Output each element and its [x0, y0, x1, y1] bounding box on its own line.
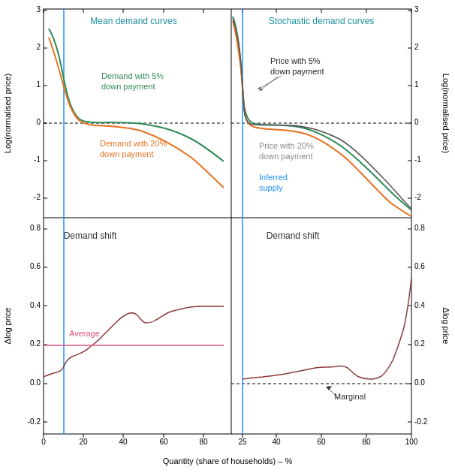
x-tick-bl-60: 60: [159, 438, 168, 446]
y-label-bottom-right: Δlog price: [441, 308, 450, 345]
y-tick-br-00: 0.0: [414, 378, 425, 387]
label-demand-20pct: Demand with 20%: [100, 139, 167, 148]
label-marginal: Marginal: [334, 392, 366, 401]
y-label-bottom-left: Δlog price: [3, 308, 12, 345]
x-tick-br-25: 25: [238, 438, 247, 446]
y-tick-bl-00: 0.0: [30, 378, 41, 387]
label-inferred-supply-2: supply: [259, 183, 283, 192]
y-tick-tr-3: 3: [414, 5, 419, 14]
title-bottom-right: Demand shift: [267, 230, 320, 241]
label-price-20pct: Price with 20%: [259, 141, 314, 150]
y-tick-tl-n1: -1: [34, 155, 41, 164]
y-tick-br-06: 0.6: [414, 262, 425, 270]
y-label-top-left: Log(normalised price): [3, 74, 12, 153]
y-tick-bl-02: 0.2: [30, 339, 41, 348]
x-tick-br-40: 40: [272, 438, 281, 446]
label-price-20pct-2: down payment: [259, 152, 313, 161]
label-inferred-supply: Inferred: [259, 173, 288, 182]
x-tick-br-100: 100: [405, 438, 418, 446]
y-tick-br-04: 0.4: [414, 301, 425, 309]
x-tick-br-60: 60: [317, 438, 326, 446]
y-tick-tl-0: 0: [36, 118, 41, 126]
y-tick-tr-0: 0: [414, 118, 419, 126]
y-tick-tr-n1: -1: [414, 155, 421, 164]
x-axis-label: Quantity (share of households) – %: [163, 456, 293, 465]
label-demand-20pct-2: down payment: [100, 149, 154, 158]
label-price-5pct-2: down payment: [270, 67, 324, 76]
label-price-5pct: Price with 5%: [270, 56, 321, 65]
y-tick-tl-3: 3: [36, 5, 41, 14]
y-tick-br-08: 0.8: [414, 224, 425, 232]
y-tick-bl-08: 0.8: [30, 224, 41, 232]
y-tick-br-n02: -0.2: [414, 417, 428, 426]
x-tick-bl-0: 0: [41, 438, 46, 446]
y-tick-tr-1: 1: [414, 80, 419, 89]
x-tick-br-80: 80: [362, 438, 371, 446]
y-tick-tr-n2: -2: [414, 193, 421, 201]
label-average: Average: [69, 329, 100, 338]
y-tick-tl-n2: -2: [34, 193, 41, 201]
y-tick-br-02: 0.2: [414, 339, 425, 348]
y-tick-tl-2: 2: [36, 43, 41, 51]
chart-container: 3 2 1 0 -1 -2 3 2 1 0 -1 -2: [0, 0, 455, 476]
y-tick-bl-04: 0.4: [30, 301, 41, 309]
title-top-left: Mean demand curves: [90, 16, 176, 26]
title-bottom-left: Demand shift: [64, 230, 117, 241]
y-tick-bl-06: 0.6: [30, 262, 41, 270]
title-top-right: Stochastic demand curves: [269, 16, 375, 26]
y-tick-tr-2: 2: [414, 43, 419, 51]
label-demand-5pct-2: down payment: [101, 82, 155, 91]
y-tick-bl-n02: -0.2: [28, 417, 41, 426]
x-tick-bl-80: 80: [199, 438, 208, 446]
x-tick-bl-20: 20: [79, 438, 88, 446]
y-label-top-right: Log(normalised price): [441, 74, 450, 153]
y-tick-tl-1: 1: [36, 80, 41, 89]
x-tick-bl-40: 40: [119, 438, 128, 446]
label-demand-5pct: Demand with 5%: [101, 71, 164, 80]
